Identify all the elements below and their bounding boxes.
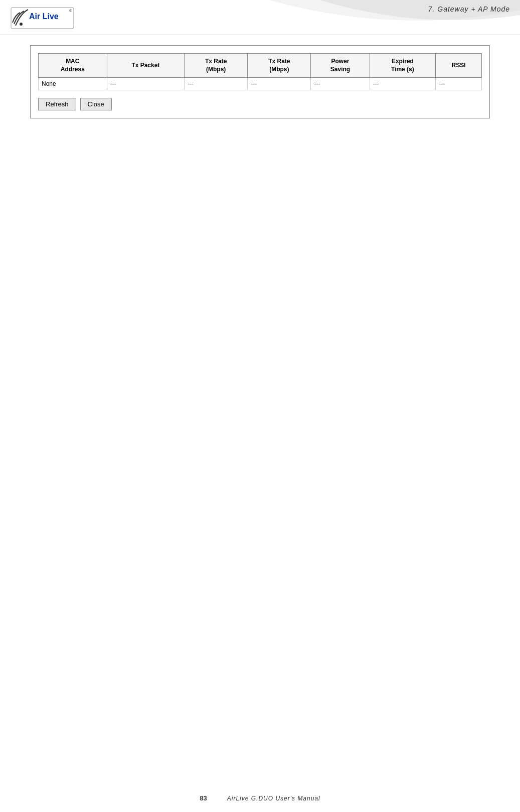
col-mac: MACAddress bbox=[39, 54, 107, 78]
page-title: 7. Gateway + AP Mode bbox=[428, 5, 510, 13]
svg-text:Air Live: Air Live bbox=[29, 12, 59, 21]
page-number: 83 bbox=[200, 794, 207, 802]
col-tx-rate-2: Tx Rate(Mbps) bbox=[248, 54, 311, 78]
header: Air Live ® 7. Gateway + AP Mode bbox=[0, 0, 520, 35]
cell-expired-time: --- bbox=[370, 78, 436, 90]
station-table: MACAddress Tx Packet Tx Rate(Mbps) Tx Ra… bbox=[38, 53, 482, 90]
table-row: None --- --- --- --- --- --- bbox=[39, 78, 482, 90]
table-container: MACAddress Tx Packet Tx Rate(Mbps) Tx Ra… bbox=[30, 45, 490, 118]
cell-power-saving: --- bbox=[311, 78, 370, 90]
col-power-saving: PowerSaving bbox=[311, 54, 370, 78]
cell-tx-rate-2: --- bbox=[248, 78, 311, 90]
logo-area: Air Live ® bbox=[10, 5, 75, 30]
col-tx-packet: Tx Packet bbox=[107, 54, 185, 78]
button-row: Refresh Close bbox=[38, 98, 482, 110]
cell-tx-rate-1: --- bbox=[185, 78, 248, 90]
main-content: MACAddress Tx Packet Tx Rate(Mbps) Tx Ra… bbox=[30, 45, 490, 118]
col-rssi: RSSI bbox=[436, 54, 482, 78]
col-tx-rate-1: Tx Rate(Mbps) bbox=[185, 54, 248, 78]
table-header-row: MACAddress Tx Packet Tx Rate(Mbps) Tx Ra… bbox=[39, 54, 482, 78]
brand-text: AirLive G.DUO User's Manual bbox=[227, 795, 320, 802]
col-expired-time: ExpiredTime (s) bbox=[370, 54, 436, 78]
refresh-button[interactable]: Refresh bbox=[38, 98, 76, 110]
svg-text:®: ® bbox=[69, 9, 72, 13]
airlive-logo: Air Live ® bbox=[10, 5, 75, 30]
cell-rssi: --- bbox=[436, 78, 482, 90]
footer: 83 AirLive G.DUO User's Manual bbox=[0, 794, 520, 802]
svg-point-0 bbox=[20, 23, 23, 26]
cell-mac: None bbox=[39, 78, 107, 90]
close-button[interactable]: Close bbox=[80, 98, 112, 110]
cell-tx-packet: --- bbox=[107, 78, 185, 90]
